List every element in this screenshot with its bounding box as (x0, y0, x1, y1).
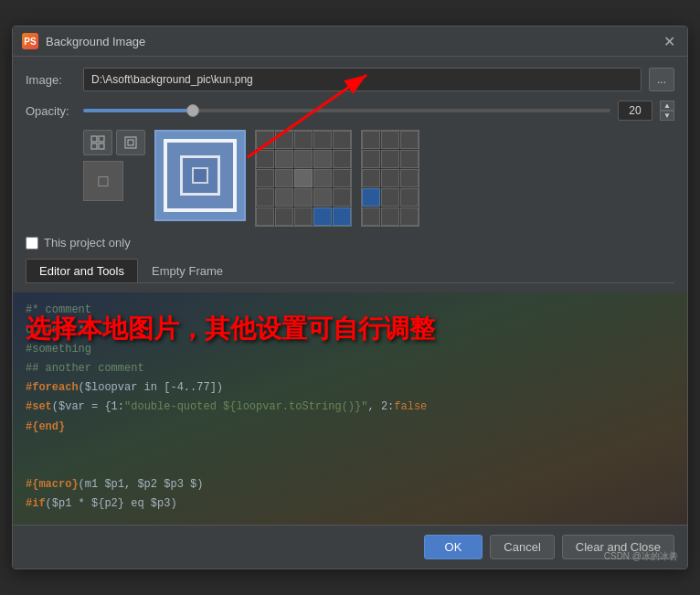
layout-buttons (83, 130, 145, 155)
code-line-2: comment *# (26, 322, 674, 339)
preview-section: □ (83, 130, 674, 227)
opacity-value-input[interactable] (618, 101, 652, 121)
code-line-6: #set($var = {1:"double-quoted ${loopvar.… (26, 398, 674, 416)
qr-preview (154, 130, 246, 221)
title-bar-left: PS Background Image (22, 33, 145, 49)
this-project-only-checkbox[interactable] (26, 237, 38, 250)
svg-rect-1 (99, 136, 104, 142)
tabs-row: Editor and Tools Empty Frame (26, 259, 674, 283)
image-path-input[interactable] (83, 68, 642, 91)
title-bar: PS Background Image ✕ (13, 27, 687, 57)
svg-rect-0 (91, 136, 97, 142)
dialog-body: Image: ... Opacity: ▲ ▼ (13, 57, 687, 292)
grid-preview-extra (361, 130, 419, 227)
image-label: Image: (26, 73, 76, 87)
center-layout-button[interactable] (116, 130, 145, 155)
opacity-spinner: ▲ ▼ (660, 101, 674, 121)
code-lines: #* comment comment *# #something ## anot… (26, 302, 674, 513)
code-line-5: #foreach($loopvar in [-4..77]) (26, 379, 674, 397)
watermark: CSDN @冰的冰善 (604, 550, 678, 563)
single-preview-box: □ (83, 161, 123, 201)
app-icon: PS (22, 33, 38, 49)
opacity-increment-button[interactable]: ▲ (660, 101, 674, 111)
code-area: #* comment comment *# #something ## anot… (13, 292, 687, 524)
svg-rect-5 (128, 140, 133, 145)
svg-rect-2 (91, 143, 97, 149)
tab-empty-frame[interactable]: Empty Frame (138, 259, 237, 282)
close-button[interactable]: ✕ (660, 32, 678, 50)
qr-center (192, 167, 208, 184)
opacity-row: Opacity: ▲ ▼ (26, 101, 674, 121)
ok-button[interactable]: OK (424, 535, 483, 559)
footer-row: OK Cancel Clear and Close (13, 525, 687, 568)
tab-editor-and-tools[interactable]: Editor and Tools (26, 259, 138, 282)
left-controls: □ (83, 130, 145, 201)
code-line-1: #* comment (26, 302, 674, 319)
cancel-button[interactable]: Cancel (490, 535, 554, 559)
code-line-11: #if($p1 * ${p2} eq $p3) (26, 495, 674, 513)
image-row: Image: ... (26, 68, 674, 91)
this-project-only-label[interactable]: This project only (44, 236, 131, 250)
svg-rect-3 (99, 143, 104, 149)
dialog-title: Background Image (46, 35, 145, 48)
code-line-3: #something (26, 341, 674, 358)
opacity-decrement-button[interactable]: ▼ (660, 111, 674, 121)
center-icon (123, 135, 138, 150)
checkbox-row: This project only (26, 236, 674, 250)
browse-button[interactable]: ... (649, 68, 674, 91)
qr-inner-ring (180, 155, 220, 196)
grid-preview (255, 130, 352, 227)
code-line-4: ## another comment (26, 360, 674, 377)
code-line-9 (26, 457, 674, 474)
code-line-7: #{end} (26, 419, 674, 436)
qr-outer-ring (164, 139, 237, 212)
tile-layout-button[interactable] (83, 130, 112, 155)
opacity-slider[interactable] (83, 109, 610, 112)
code-line-8 (26, 438, 674, 455)
code-line-10: #{macro}(m1 $p1, $p2 $p3 $) (26, 476, 674, 494)
tile-icon (90, 135, 105, 150)
background-image-dialog: PS Background Image ✕ Image: ... Opacity… (12, 26, 688, 568)
opacity-label: Opacity: (26, 104, 76, 118)
svg-rect-4 (125, 137, 136, 148)
single-preview-icon: □ (99, 172, 109, 191)
